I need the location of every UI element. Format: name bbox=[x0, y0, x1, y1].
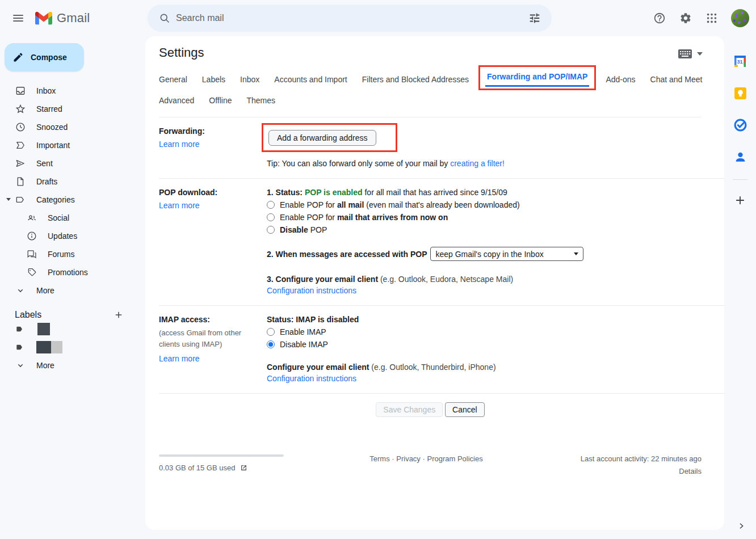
open-in-new-icon[interactable] bbox=[240, 464, 248, 472]
info-icon bbox=[26, 230, 37, 242]
imap-access-label: IMAP access: bbox=[159, 315, 210, 324]
pop-option-all-mail: Enable POP for all mail (even mail that'… bbox=[267, 200, 702, 209]
settings-tabs-row-2: Advanced Offline Themes bbox=[159, 91, 724, 110]
search-input[interactable] bbox=[176, 13, 523, 23]
tag-icon bbox=[26, 267, 37, 278]
pop-option-from-now-on: Enable POP for mail that arrives from no… bbox=[267, 213, 702, 222]
sidebar-item-inbox[interactable]: Inbox bbox=[0, 82, 136, 100]
sidebar-item-drafts[interactable]: Drafts bbox=[0, 172, 136, 191]
gmail-logo[interactable]: Gmail bbox=[35, 11, 90, 26]
page-title: Settings bbox=[159, 45, 724, 60]
support-button[interactable] bbox=[648, 7, 671, 30]
dropdown-caret-icon bbox=[697, 52, 703, 56]
compose-button[interactable]: Compose bbox=[5, 43, 84, 71]
radio-disable-imap[interactable] bbox=[267, 340, 275, 348]
search-icon bbox=[159, 12, 170, 24]
tab-filters-and-blocked-addresses[interactable]: Filters and Blocked Addresses bbox=[362, 75, 469, 84]
hide-side-panel-button[interactable] bbox=[737, 521, 746, 532]
pop-status-prefix: 1. Status: bbox=[267, 188, 305, 197]
footer-links: Terms · Privacy · Program Policies bbox=[293, 454, 560, 463]
creating-a-filter-link[interactable]: creating a filter! bbox=[450, 159, 505, 168]
imap-learn-more-link[interactable]: Learn more bbox=[159, 354, 200, 363]
google-apps-button[interactable] bbox=[700, 7, 723, 30]
sidebar-item-forums[interactable]: Forums bbox=[0, 245, 136, 263]
hamburger-icon bbox=[13, 13, 23, 23]
radio-enable-pop-all-mail[interactable] bbox=[267, 201, 275, 209]
label-item-redacted-1[interactable] bbox=[0, 320, 145, 338]
help-icon bbox=[653, 12, 666, 24]
card-footer: 0.03 GB of 15 GB used Terms · Privacy · … bbox=[159, 454, 702, 475]
forwarding-section: Forwarding: Learn more Add a forwarding … bbox=[159, 117, 724, 179]
sidebar-item-snoozed[interactable]: Snoozed bbox=[0, 118, 136, 136]
select-caret-icon bbox=[574, 252, 578, 255]
sidebar-item-important[interactable]: Important bbox=[0, 136, 136, 154]
terms-link[interactable]: Terms bbox=[369, 454, 389, 463]
radio-enable-pop-from-now[interactable] bbox=[267, 213, 275, 221]
labels-more-item[interactable]: More bbox=[0, 356, 136, 374]
tab-add-ons[interactable]: Add-ons bbox=[606, 75, 635, 84]
contacts-panel-button[interactable] bbox=[730, 146, 750, 167]
tab-labels[interactable]: Labels bbox=[202, 75, 225, 84]
details-link[interactable]: Details bbox=[679, 467, 702, 475]
get-add-ons-button[interactable] bbox=[730, 190, 750, 210]
pop-learn-more-link[interactable]: Learn more bbox=[159, 201, 200, 210]
input-tools-selector[interactable] bbox=[678, 49, 703, 59]
tab-forwarding-and-pop-imap[interactable]: Forwarding and POP/IMAP bbox=[485, 72, 589, 87]
pop-configuration-instructions-link[interactable]: Configuration instructions bbox=[267, 286, 356, 295]
sidebar-item-promotions[interactable]: Promotions bbox=[0, 263, 136, 281]
left-sidebar: Compose Inbox Starred Snoozed Important … bbox=[0, 36, 145, 539]
pop-status-value: POP is enabled bbox=[305, 188, 363, 197]
create-label-button[interactable] bbox=[114, 310, 124, 320]
pop-status-suffix: for all mail that has arrived since 9/15… bbox=[363, 188, 507, 197]
form-actions: Save Changes Cancel bbox=[159, 394, 702, 417]
sidebar-item-starred[interactable]: Starred bbox=[0, 100, 136, 118]
tab-inbox[interactable]: Inbox bbox=[240, 75, 259, 84]
sidebar-item-updates[interactable]: Updates bbox=[0, 227, 136, 245]
chevron-down-icon bbox=[15, 285, 26, 296]
pop-configure-label: 3. Configure your email client bbox=[267, 275, 378, 284]
tab-themes[interactable]: Themes bbox=[247, 96, 276, 105]
sidebar-item-social[interactable]: Social bbox=[0, 209, 136, 227]
forwarding-learn-more-link[interactable]: Learn more bbox=[159, 140, 200, 149]
pop-when-label: 2. When messages are accessed with POP bbox=[267, 250, 427, 259]
expander-arrow-icon[interactable] bbox=[6, 198, 11, 201]
search-button[interactable] bbox=[153, 7, 176, 30]
account-avatar[interactable] bbox=[731, 9, 749, 27]
radio-disable-pop[interactable] bbox=[267, 226, 275, 234]
tab-advanced[interactable]: Advanced bbox=[159, 96, 194, 105]
label-item-redacted-2[interactable] bbox=[0, 338, 145, 356]
tab-accounts-and-import[interactable]: Accounts and Import bbox=[274, 75, 347, 84]
imap-access-section: IMAP access: (access Gmail from other cl… bbox=[159, 306, 724, 394]
save-changes-button[interactable]: Save Changes bbox=[376, 402, 443, 417]
svg-text:31: 31 bbox=[737, 59, 743, 65]
sidebar-item-categories[interactable]: Categories bbox=[0, 191, 136, 209]
imap-status: Status: IMAP is disabled bbox=[267, 315, 359, 324]
sidebar-item-more[interactable]: More bbox=[0, 281, 136, 300]
pop-action-select[interactable]: keep Gmail's copy in the Inbox bbox=[430, 247, 583, 261]
search-bar[interactable] bbox=[148, 5, 552, 32]
chevron-down-icon bbox=[15, 360, 26, 371]
tasks-panel-button[interactable] bbox=[730, 115, 750, 135]
imap-configuration-instructions-link[interactable]: Configuration instructions bbox=[267, 374, 356, 383]
label-tag-icon bbox=[15, 323, 26, 335]
calendar-panel-button[interactable]: 31 bbox=[730, 51, 750, 71]
add-forwarding-address-button[interactable]: Add a forwarding address bbox=[268, 130, 376, 146]
cancel-button[interactable]: Cancel bbox=[445, 402, 485, 417]
sidebar-nav: Inbox Starred Snoozed Important Sent Dra… bbox=[0, 82, 145, 300]
tab-chat-and-meet[interactable]: Chat and Meet bbox=[650, 75, 703, 84]
radio-enable-imap[interactable] bbox=[267, 328, 275, 336]
program-policies-link[interactable]: Program Policies bbox=[427, 454, 482, 463]
settings-tabs-row-1: General Labels Inbox Accounts and Import… bbox=[159, 68, 724, 91]
search-options-button[interactable] bbox=[523, 7, 546, 30]
keep-panel-button[interactable] bbox=[730, 83, 750, 103]
tab-general[interactable]: General bbox=[159, 75, 187, 84]
settings-button[interactable] bbox=[674, 7, 697, 30]
tab-offline[interactable]: Offline bbox=[209, 96, 232, 105]
contacts-icon bbox=[733, 150, 747, 164]
privacy-link[interactable]: Privacy bbox=[396, 454, 421, 463]
sidebar-item-sent[interactable]: Sent bbox=[0, 154, 136, 172]
redacted-label-text bbox=[36, 341, 51, 353]
gear-icon bbox=[679, 12, 692, 24]
labels-title: Labels bbox=[15, 310, 41, 320]
main-menu-button[interactable] bbox=[5, 5, 32, 32]
